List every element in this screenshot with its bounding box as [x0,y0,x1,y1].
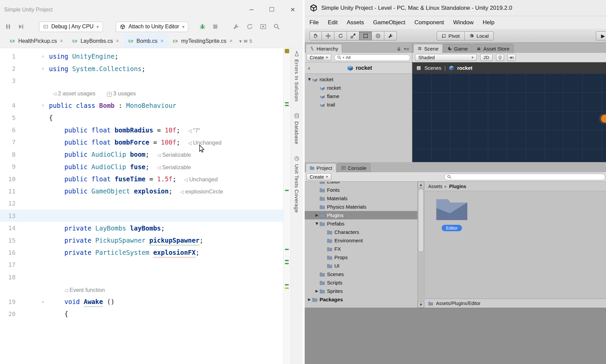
menu-gameobject[interactable]: GameObject [373,19,405,26]
tab-hierarchy[interactable]: Hierarchy [306,44,342,53]
project-content-grid[interactable]: Editor [424,191,606,299]
attach-to-unity-button[interactable]: Attach to Unity Editor ▾ [116,22,189,32]
magnifier-button[interactable] [273,23,280,30]
scrollbar-track[interactable] [418,188,424,302]
stripe-mark[interactable] [285,105,289,106]
code-line-8[interactable]: 8 public AudioClip boom; ◁ Serializable [0,148,283,160]
maximize-button[interactable] [270,6,274,13]
menu-edit[interactable]: Edit [328,19,337,26]
line-number[interactable]: 11 [0,188,16,195]
stripe-mark[interactable] [285,287,289,289]
project-item-physics-materials[interactable]: Physics Materials [305,203,417,211]
project-item-materials[interactable]: Materials [305,194,417,203]
line-number[interactable]: 20 [0,310,16,317]
project-item-environment[interactable]: Environment [305,236,417,245]
stop-button[interactable] [212,23,219,30]
stripe-mark[interactable] [285,284,289,285]
fold-marker-icon[interactable]: ∨ [16,66,49,71]
tab-game[interactable]: Game [443,44,472,53]
line-number[interactable]: 8 [0,151,16,158]
code-line-14[interactable]: 14 private LayBombs layBombs; [0,222,283,234]
line-number[interactable]: 19 [0,298,16,305]
rotate-tool-button[interactable] [334,31,347,40]
close-button[interactable]: ✕ [290,6,295,13]
tab-project[interactable]: Project [306,163,336,172]
code-line-13[interactable]: 13 [0,210,283,222]
editor-tab-bomb-cs[interactable]: C#Bomb.cs✕ [124,34,168,48]
pause-button[interactable] [5,23,11,30]
hand-tool-button[interactable] [309,31,322,40]
code-line-1[interactable]: 1∨using UnityEngine; [0,50,283,62]
line-number[interactable]: 1 [0,53,16,60]
scene-view[interactable]: Scenes | rocket [412,62,606,162]
line-number[interactable]: 6 [0,126,16,133]
project-search-field[interactable] [444,174,605,180]
editor-tab-healthpickup-cs[interactable]: C#HealthPickup.cs✕ [5,34,68,48]
hierarchy-item-trail[interactable]: trail [305,100,412,109]
code-line-4[interactable]: 4∨public class Bomb : MonoBehaviour [0,99,283,112]
move-tool-button[interactable] [322,31,334,40]
tab-scene[interactable]: Scene [413,44,443,53]
pivot-button[interactable]: Pivot [437,31,465,40]
framePlay-button[interactable] [260,23,267,30]
scene-breadcrumb-current[interactable]: rocket [457,65,472,71]
editor-tab-mytestingsprite-cs[interactable]: C#myTestingSprite.cs✕ [168,34,237,48]
code-line-2[interactable]: 2∨using System.Collections; [0,62,283,74]
scene-audio-button[interactable] [507,54,516,61]
hierarchy-create-button[interactable]: Create ▾ [306,54,331,61]
project-item-editor[interactable]: Editor [305,182,417,186]
back-button[interactable]: ‹ [308,64,310,72]
expander-icon[interactable]: ▼ [307,77,312,82]
stripe-mark[interactable] [285,249,289,250]
shading-mode-dropdown[interactable]: Shaded ▾ [415,54,477,61]
scrollbar-thumb[interactable] [418,189,424,252]
tab-close-icon[interactable]: ✕ [60,38,63,43]
fold-marker-icon[interactable]: ∨ [16,103,49,108]
breadcrumb-assets[interactable]: Assets [428,184,442,189]
rocket-sprite[interactable] [601,115,606,123]
tool-window-unit-tests-coverage[interactable]: Unit Tests Coverage [294,156,300,213]
fold-marker-icon[interactable]: ∨ [16,300,49,304]
folder-item-editor[interactable]: Editor [433,196,470,231]
inlay-hint-row[interactable]: ◁ 2 asset usages ↗ 3 usages [0,87,283,99]
line-number[interactable]: 10 [0,176,16,183]
code-line-18[interactable]: 18 [0,271,283,283]
expander-icon[interactable]: ▶ [307,297,312,302]
project-item-fonts[interactable]: Fonts [305,186,417,194]
project-item-sprites[interactable]: ▶Sprites [305,287,417,295]
line-number[interactable]: 3 [0,77,16,84]
code-line-5[interactable]: 5{ [0,112,283,124]
line-number[interactable]: 13 [0,212,16,219]
menu-help[interactable]: Help [483,19,495,26]
stripe-mark[interactable] [285,102,289,103]
2d-toggle-button[interactable]: 2D [480,54,493,61]
line-number[interactable]: 16 [0,249,16,256]
code-line-6[interactable]: 6 public float bombRadius = 10f; ◁ "7" [0,124,283,136]
breadcrumb-plugins[interactable]: Plugins [449,184,466,189]
hierarchy-item-rocket[interactable]: ▼rocket [305,75,412,84]
code-line-16[interactable]: 16 private ParticleSystem explosionFX; [0,246,283,259]
line-number[interactable]: 18 [0,274,16,281]
hierarchy-item-flame[interactable]: flame [305,92,412,100]
menu-assets[interactable]: Assets [347,19,364,26]
tool-window-errors-in-solution[interactable]: Errors In Solution [294,51,300,101]
tab-close-icon[interactable]: ✕ [160,38,164,43]
lock-icon[interactable] [396,47,401,51]
code-line-12[interactable]: 12 [0,198,283,210]
code-area[interactable]: 1∨using UnityEngine;2∨using System.Colle… [0,48,283,364]
line-number[interactable]: 14 [0,224,16,232]
line-number[interactable]: 9 [0,163,16,170]
code-line-10[interactable]: 10 public float fuseTime = 1.5f; ◁ Uncha… [0,173,283,185]
local-button[interactable]: Local [465,31,494,40]
step-button[interactable] [18,23,24,30]
project-scrollbar[interactable]: ▲ ▼ [417,182,424,308]
code-line-20[interactable]: 20 { [0,308,283,320]
code-line-7[interactable]: 7 public float bombForce = 100f; ◁ Uncha… [0,136,283,148]
line-number[interactable]: 17 [0,261,16,268]
project-item-prefabs[interactable]: ▼Prefabs [305,219,417,228]
line-number[interactable]: 2 [0,65,16,72]
tool-window-database[interactable]: Database [294,113,300,144]
project-item-ui[interactable]: UI [305,262,417,270]
tab-close-icon[interactable]: ✕ [229,38,233,43]
minimize-button[interactable]: ─ [250,6,253,13]
